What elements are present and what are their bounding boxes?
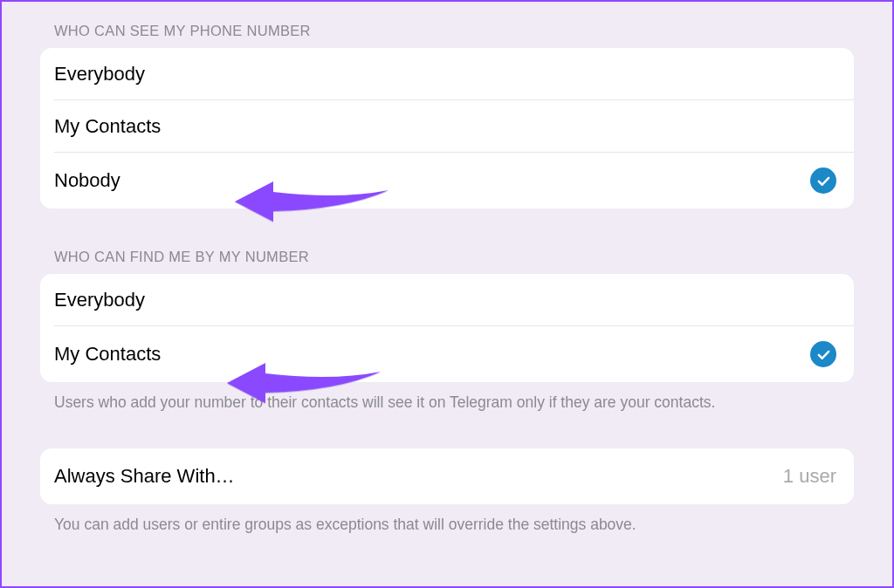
option-everybody[interactable]: Everybody (40, 48, 854, 100)
section2-footer: Users who add your number to their conta… (54, 393, 854, 414)
section3-footer: You can add users or entire groups as ex… (54, 515, 854, 536)
option-label: Everybody (54, 63, 145, 85)
section2-list: Everybody My Contacts (40, 274, 854, 382)
option-label: Everybody (54, 289, 145, 311)
always-share-with-row[interactable]: Always Share With… 1 user (40, 448, 854, 504)
exception-label: Always Share With… (54, 465, 235, 488)
option-everybody-2[interactable]: Everybody (40, 274, 854, 326)
section3-list: Always Share With… 1 user (40, 448, 854, 504)
section2-header: WHO CAN FIND ME BY MY NUMBER (54, 249, 854, 265)
exception-value: 1 user (783, 465, 836, 488)
option-label: Nobody (54, 169, 120, 192)
option-label: My Contacts (54, 343, 161, 366)
section1-list: Everybody My Contacts Nobody (40, 48, 854, 209)
section1-header: WHO CAN SEE MY PHONE NUMBER (54, 23, 854, 39)
option-nobody[interactable]: Nobody (40, 153, 854, 209)
checkmark-icon (810, 168, 836, 194)
option-my-contacts[interactable]: My Contacts (40, 100, 854, 153)
option-label: My Contacts (54, 115, 161, 138)
option-my-contacts-2[interactable]: My Contacts (40, 326, 854, 382)
checkmark-icon (810, 341, 836, 367)
